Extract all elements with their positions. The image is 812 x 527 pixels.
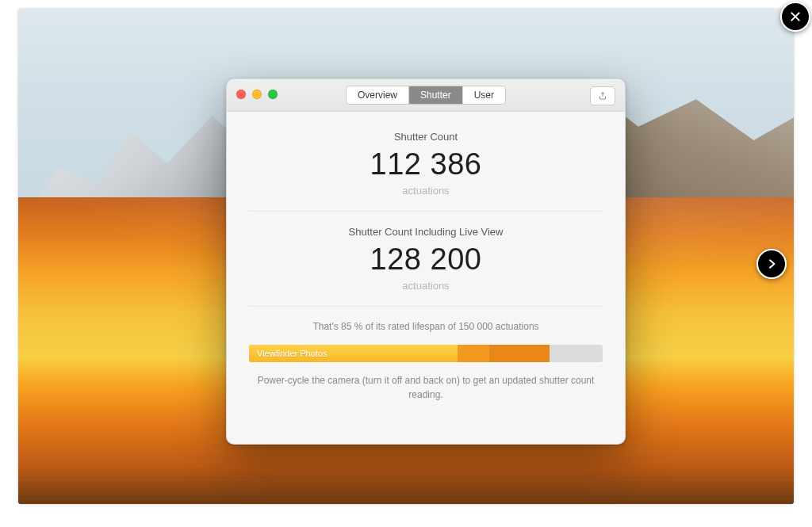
shutter-count-liveview-value: 128 200: [249, 242, 603, 277]
app-window: Overview Shutter User Shutter Count 112 …: [226, 78, 626, 445]
shutter-count-liveview-block: Shutter Count Including Live View 128 20…: [249, 226, 603, 292]
share-icon: [598, 90, 607, 101]
lightbox-close-button[interactable]: [780, 2, 810, 32]
tab-shutter[interactable]: Shutter: [408, 86, 462, 104]
window-titlebar[interactable]: Overview Shutter User: [227, 79, 625, 112]
window-content: Shutter Count 112 386 actuations Shutter…: [227, 112, 625, 416]
screenshot-frame: Overview Shutter User Shutter Count 112 …: [17, 8, 795, 505]
chevron-right-icon: [765, 258, 778, 270]
progress-segment-c: [489, 345, 550, 362]
window-close-button[interactable]: [236, 90, 246, 99]
progress-segment-b: [458, 345, 489, 362]
shutter-count-unit: actuations: [249, 185, 603, 197]
lightbox-stage: Overview Shutter User Shutter Count 112 …: [0, 0, 812, 527]
tab-overview[interactable]: Overview: [347, 86, 408, 104]
divider-1: [249, 211, 603, 212]
divider-2: [249, 306, 603, 307]
shutter-count-value: 112 386: [249, 147, 603, 181]
shutter-count-liveview-title: Shutter Count Including Live View: [249, 226, 603, 238]
shutter-count-title: Shutter Count: [249, 131, 603, 143]
close-icon: [789, 10, 802, 23]
tab-segmented-control: Overview Shutter User: [346, 86, 506, 105]
tab-user[interactable]: User: [462, 86, 505, 104]
lifespan-text: That's 85 % of its rated lifespan of 150…: [249, 321, 603, 332]
window-zoom-button[interactable]: [268, 90, 278, 99]
progress-segment-label: Viewfinder Photos: [257, 345, 327, 362]
shutter-count-block: Shutter Count 112 386 actuations: [249, 131, 603, 197]
window-traffic-lights: [236, 90, 278, 99]
share-button[interactable]: [590, 86, 615, 105]
lifespan-progress-bar: Viewfinder Photos: [249, 345, 603, 362]
lightbox-next-button[interactable]: [756, 249, 787, 279]
window-minimize-button[interactable]: [252, 90, 262, 99]
shutter-count-liveview-unit: actuations: [249, 280, 603, 292]
power-cycle-hint: Power-cycle the camera (turn it off and …: [255, 373, 596, 402]
